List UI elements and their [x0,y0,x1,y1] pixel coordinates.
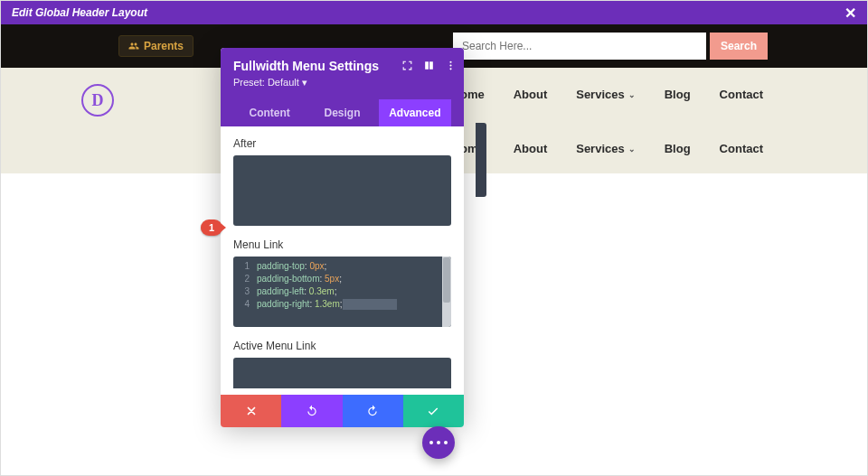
label-after: After [233,137,451,150]
tab-design[interactable]: Design [306,99,378,126]
primary-nav-1: Home About Services⌄ Blog Contact [452,88,763,101]
scrollbar-thumb[interactable] [443,257,450,303]
parents-label: Parents [144,40,184,52]
redo-button[interactable] [343,395,403,427]
undo-button[interactable] [281,395,342,427]
cursor [343,299,397,310]
nav-services-2[interactable]: Services⌄ [576,142,636,155]
cancel-button[interactable] [221,395,281,427]
nav-contact[interactable]: Contact [720,88,763,101]
settings-panel: Fullwidth Menu Settings Preset: Default … [221,48,464,427]
save-button[interactable] [403,395,464,427]
nav-about[interactable]: About [514,88,548,101]
menu-dots-icon[interactable] [444,59,457,71]
svg-point-2 [449,68,451,70]
label-active-menu-link: Active Menu Link [233,340,451,352]
nav-contact-2[interactable]: Contact [720,142,763,155]
svg-point-1 [449,64,451,66]
search-button[interactable]: Search [710,33,768,60]
nav-about-2[interactable]: About [514,142,548,155]
tab-advanced[interactable]: Advanced [379,99,451,126]
module-handle[interactable] [476,123,486,197]
nav-blog-2[interactable]: Blog [665,142,691,155]
tab-content[interactable]: Content [233,99,306,126]
chevron-down-icon: ⌄ [628,145,636,154]
code-menu-link[interactable]: 1padding-top: 0px; 2padding-bottom: 5px;… [233,257,451,327]
scrollbar[interactable] [442,257,451,327]
users-icon [128,41,139,51]
code-active-menu-link[interactable] [233,358,451,388]
page-title: Edit Global Header Layout [12,6,147,19]
chevron-down-icon: ⌄ [628,90,636,99]
panel-tabs: Content Design Advanced [233,99,451,126]
nav-services[interactable]: Services⌄ [576,88,636,101]
column-icon[interactable] [422,59,435,71]
site-logo[interactable]: D [81,84,114,117]
editor-top-bar: Edit Global Header Layout ✕ [1,1,867,24]
svg-point-0 [449,61,451,62]
nav-blog[interactable]: Blog [665,88,691,101]
search-wrap: Search [453,33,768,60]
expand-icon[interactable] [401,59,413,71]
panel-preset[interactable]: Preset: Default ▾ [233,77,451,89]
fab-more-icon[interactable] [422,426,455,459]
panel-header: Fullwidth Menu Settings Preset: Default … [221,48,464,126]
panel-footer [221,395,464,427]
annotation-badge-1: 1 [201,219,222,236]
primary-nav-2: Home About Services⌄ Blog Contact [452,142,763,155]
panel-body: After Menu Link 1padding-top: 0px; 2padd… [221,126,464,388]
label-menu-link: Menu Link [233,238,451,251]
search-input[interactable] [453,33,706,60]
close-icon[interactable]: ✕ [844,5,856,22]
parents-link[interactable]: Parents [118,35,193,57]
code-after[interactable] [233,155,451,226]
